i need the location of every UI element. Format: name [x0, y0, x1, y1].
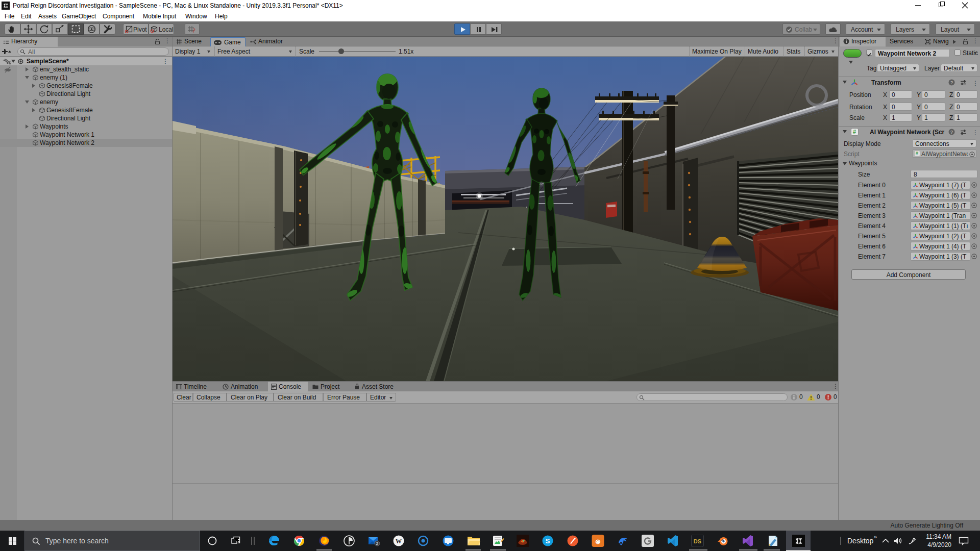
svg-text:DS: DS: [694, 538, 701, 544]
svg-text:W: W: [396, 538, 402, 545]
svg-text:?: ?: [950, 130, 953, 135]
svg-text:⊗: ⊗: [595, 538, 601, 545]
svg-text:?: ?: [950, 80, 953, 85]
svg-text:2: 2: [376, 541, 379, 546]
svg-text:S: S: [546, 537, 550, 545]
